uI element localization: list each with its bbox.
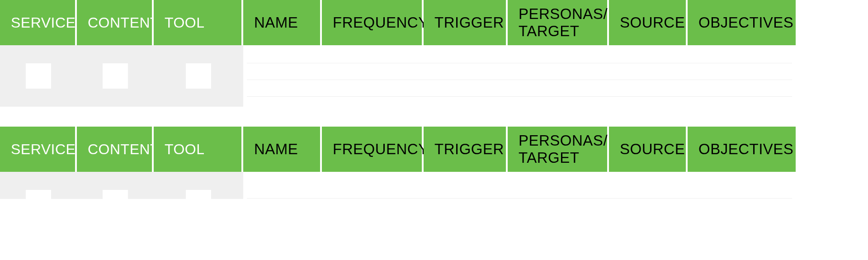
checkbox-content[interactable]: [103, 63, 128, 89]
checkbox-content[interactable]: [103, 190, 128, 199]
planning-table: SERVICE CONTENT TOOL NAME FREQUENCY TRIG…: [0, 0, 868, 109]
col-personas: PERSONAS/ TARGET: [508, 127, 609, 172]
checkbox-service[interactable]: [26, 63, 51, 89]
checkbox-tool[interactable]: [186, 190, 211, 199]
planning-table: SERVICE CONTENT TOOL NAME FREQUENCY TRIG…: [0, 127, 868, 199]
col-source: SOURCE: [609, 0, 688, 45]
data-row: [0, 45, 868, 109]
col-frequency: FREQUENCY: [322, 127, 424, 172]
col-content: CONTENT: [77, 0, 154, 45]
header-row: SERVICE CONTENT TOOL NAME FREQUENCY TRIG…: [0, 0, 868, 45]
type-selectors: [0, 45, 243, 109]
col-objectives: OBJECTIVES: [688, 127, 796, 172]
col-service: SERVICE: [0, 0, 77, 45]
header-row: SERVICE CONTENT TOOL NAME FREQUENCY TRIG…: [0, 127, 868, 172]
type-selectors: [0, 172, 243, 199]
rule-line: [247, 80, 792, 80]
rule-line: [247, 63, 792, 63]
col-objectives: OBJECTIVES: [688, 0, 796, 45]
rule-line: [247, 96, 792, 97]
writing-lines: [243, 172, 796, 199]
col-tool: TOOL: [154, 127, 243, 172]
col-service: SERVICE: [0, 127, 77, 172]
col-trigger: TRIGGER: [424, 0, 508, 45]
col-source: SOURCE: [609, 127, 688, 172]
col-personas: PERSONAS/ TARGET: [508, 0, 609, 45]
checkbox-service[interactable]: [26, 190, 51, 199]
col-tool: TOOL: [154, 0, 243, 45]
col-trigger: TRIGGER: [424, 127, 508, 172]
col-name: NAME: [243, 127, 322, 172]
col-frequency: FREQUENCY: [322, 0, 424, 45]
writing-lines: [243, 45, 796, 109]
checkbox-tool[interactable]: [186, 63, 211, 89]
data-row: [0, 172, 868, 199]
rule-line: [247, 198, 792, 199]
col-name: NAME: [243, 0, 322, 45]
col-content: CONTENT: [77, 127, 154, 172]
